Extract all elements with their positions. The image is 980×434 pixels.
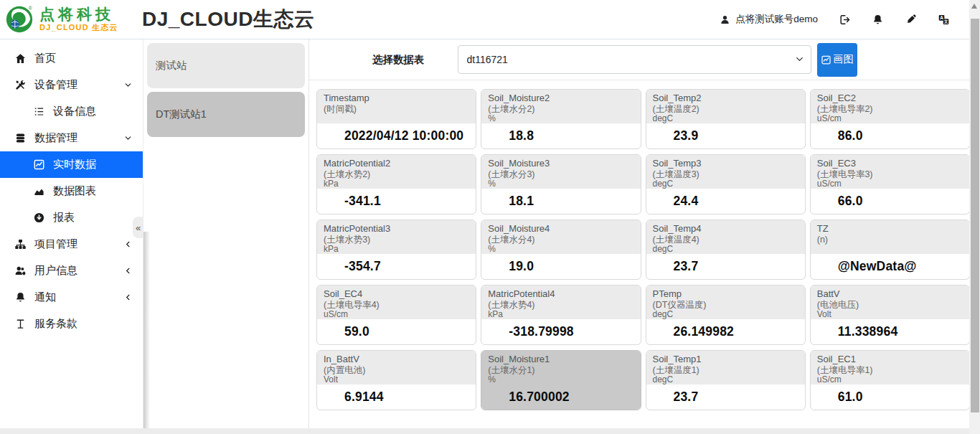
sensor-value: 2022/04/12 10:00:00 [317,123,476,148]
sensor-card-ptemp[interactable]: PTemp (DT仪器温度) degC 26.149982 [646,285,806,345]
scrollbar-up-arrow-icon[interactable] [971,4,977,9]
sidebar-item-reports[interactable]: 报表 [0,204,143,231]
home-icon [14,52,27,65]
theme-brush-icon[interactable] [905,14,917,26]
sensor-card-soil_ec4[interactable]: Soil_EC4 (土壤电导率4) uS/cm 59.0 [316,285,476,345]
sidebar-item-device-info[interactable]: 设备信息 [0,98,143,125]
sensor-card-header: Soil_EC3 (土壤电导率3) uS/cm [811,155,969,189]
scrollbar-thumb[interactable] [971,19,979,412]
sensor-value: 11.338964 [811,319,969,344]
sidebar-item-project-mgmt[interactable]: 项目管理 [0,231,143,258]
sensor-card-in_battv[interactable]: In_BattV (内置电池) Volt 6.9144 [316,350,476,410]
header-actions: 点将测试账号demo [720,13,958,26]
language-translate-icon[interactable] [938,14,950,26]
sensor-card-soil_temp1[interactable]: Soil_Temp1 (土壤温度1) degC 23.7 [646,350,806,410]
sensor-card-matricpotential3[interactable]: MatricPotential3 (土壤水势3) kPa -354.7 [316,220,476,280]
sensor-card-soil_ec3[interactable]: Soil_EC3 (土壤电导率3) uS/cm 66.0 [810,154,970,214]
sidebar-item-label: 服务条款 [34,317,77,331]
sensor-unit: Volt [817,310,963,320]
sensor-name: Soil_EC1 [817,354,963,365]
sidebar-item-data-charts[interactable]: 数据图表 [0,178,143,204]
sensor-card-soil_temp2[interactable]: Soil_Temp2 (土壤温度2) degC 23.9 [646,89,806,149]
sensor-unit: degC [653,375,798,385]
sensor-card-header: Soil_Temp2 (土壤温度2) degC [646,90,805,123]
sensor-name: PTemp [653,289,798,300]
sensor-unit: uS/cm [324,310,469,320]
sensor-card-header: Soil_Temp3 (土壤温度3) degC [646,155,805,189]
sensor-unit: uS/cm [817,114,963,124]
sensor-name: Soil_Temp1 [653,354,798,365]
sensor-label-cn: (内置电池) [324,365,469,375]
sensor-unit: uS/cm [817,375,963,385]
sensor-card-header: Soil_Moisture4 (土壤水分4) % [481,220,640,254]
sensor-name: TZ [817,224,963,235]
sensor-card-header: MatricPotential4 (土壤水势4) kPa [481,286,640,319]
sensor-card-soil_ec2[interactable]: Soil_EC2 (土壤电导率2) uS/cm 86.0 [810,89,970,149]
station-item[interactable]: DT测试站1 [147,92,305,137]
table-select[interactable]: dt116721 [458,45,811,74]
content-row: 首页设备管理设备信息数据管理实时数据数据图表报表项目管理用户信息通知服务条款 «… [0,39,980,428]
sensor-card-soil_ec1[interactable]: Soil_EC1 (土壤电导率1) uS/cm 61.0 [810,350,970,410]
toolbar: 选择数据表 dt116721 画图 [309,39,980,80]
sensor-label-cn: (土壤电导率1) [817,365,963,375]
main-panel: 选择数据表 dt116721 画图 Timestamp (时间戳) 2022/0… [308,39,980,428]
station-item[interactable]: 测试站 [147,43,305,88]
bottom-strip [0,428,980,434]
sensor-unit: degC [653,310,798,320]
sensor-card-soil_temp4[interactable]: Soil_Temp4 (土壤温度4) degC 23.7 [646,220,806,280]
sensor-unit: % [488,114,633,124]
sidebar-item-device-mgmt[interactable]: 设备管理 [0,72,143,98]
sensor-label-cn: (土壤电导率4) [324,300,469,310]
sensor-name: Soil_Moisture3 [488,159,633,169]
sensor-card-timestamp[interactable]: Timestamp (时间戳) 2022/04/12 10:00:00 [316,89,476,149]
sensor-name: Soil_Moisture4 [488,224,633,235]
sensor-card-matricpotential4[interactable]: MatricPotential4 (土壤水势4) kPa -318.79998 [481,285,641,345]
sidebar-item-user-info[interactable]: 用户信息 [0,258,143,284]
draw-chart-button[interactable]: 画图 [817,43,857,77]
logout-icon[interactable] [839,14,851,26]
brand-logo[interactable]: 点将科技 DJ_CLOUD 生态云 [4,4,139,34]
sidebar-item-terms[interactable]: 服务条款 [0,311,143,337]
person-icon [720,14,730,25]
chart-line-icon [821,55,831,65]
sensor-card-soil_moisture1[interactable]: Soil_Moisture1 (土壤水分1) % 16.700002 [481,350,641,410]
sensor-value: @NewData@ [811,254,969,279]
tools-icon [14,79,27,91]
sensor-label-cn: (土壤水势2) [324,169,469,179]
sidebar-item-label: 设备管理 [34,78,77,92]
sensor-card-soil_temp3[interactable]: Soil_Temp3 (土壤温度3) degC 24.4 [646,154,806,214]
sensor-card-header: MatricPotential3 (土壤水势3) kPa [317,220,476,254]
sensor-value: -318.79998 [481,319,640,344]
sensor-card-battv[interactable]: BattV (电池电压) Volt 11.338964 [810,285,970,345]
chart-line-icon [33,159,45,171]
vertical-scrollbar[interactable] [969,0,980,434]
sensor-card-header: Soil_EC2 (土壤电导率2) uS/cm [811,90,969,123]
sensor-value: 61.0 [811,385,969,410]
notifications-icon[interactable] [872,14,884,26]
sidebar-item-notifications[interactable]: 通知 [0,284,143,311]
sidebar-item-home[interactable]: 首页 [0,45,143,72]
sensor-label-cn: (电池电压) [817,300,963,310]
sensor-card-matricpotential2[interactable]: MatricPotential2 (土壤水势2) kPa -341.1 [316,154,476,214]
sensor-label-cn: (土壤水势4) [488,300,633,310]
sensor-value: -354.7 [317,254,476,279]
account-menu[interactable]: 点将测试账号demo [720,13,818,26]
sensor-card-soil_moisture2[interactable]: Soil_Moisture2 (土壤水分2) % 18.8 [481,89,641,149]
sensor-value: 23.7 [646,385,805,410]
sensor-card-grid: Timestamp (时间戳) 2022/04/12 10:00:00 Soil… [309,80,980,410]
sidebar-item-realtime-data[interactable]: 实时数据 [0,151,143,178]
sensor-value: 24.4 [646,189,805,214]
chevron-left-icon [123,240,133,249]
page-title: DJ_CLOUD生态云 [142,6,314,33]
sensor-value: 6.9144 [317,385,476,410]
sensor-card-tz[interactable]: TZ (n) @NewData@ [810,220,970,280]
sensor-name: Soil_Temp3 [653,159,798,169]
sensor-card-soil_moisture3[interactable]: Soil_Moisture3 (土壤水分3) % 18.1 [481,154,641,214]
account-name: 点将测试账号demo [735,13,818,26]
sidebar-item-data-mgmt[interactable]: 数据管理 [0,125,143,151]
sensor-card-soil_moisture4[interactable]: Soil_Moisture4 (土壤水分4) % 19.0 [481,220,641,280]
collapse-sidebar-button[interactable]: « [133,217,143,238]
sensor-card-header: Soil_Temp1 (土壤温度1) degC [646,351,805,385]
sensor-unit: % [488,375,633,385]
sensor-label-cn: (土壤电导率3) [817,169,963,179]
